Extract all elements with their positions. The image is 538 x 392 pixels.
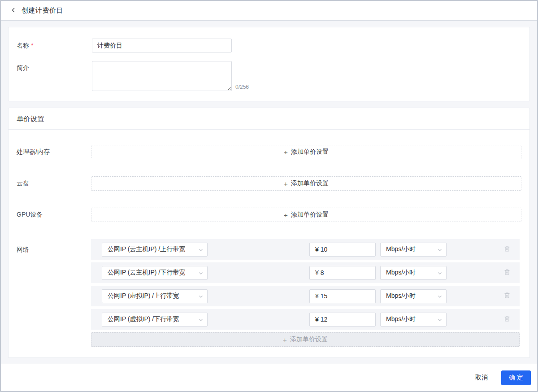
page-header: 创建计费价目 — [1, 1, 537, 21]
trash-icon — [503, 292, 511, 301]
cloud-disk-row: 云盘 + 添加单价设置 — [17, 176, 521, 191]
content-area: 名称* 简介 0/256 单价设置 处理器/内存 + — [1, 21, 537, 364]
bandwidth-type-value: 公网IP (虚拟IP) /下行带宽 — [108, 315, 179, 323]
cpu-mem-row: 处理器/内存 + 添加单价设置 — [17, 145, 521, 159]
chevron-down-icon — [199, 246, 203, 253]
bandwidth-type-value: 公网IP (云主机IP) /下行带宽 — [108, 269, 185, 277]
bandwidth-type-value: 公网IP (虚拟IP) /上行带宽 — [108, 292, 179, 300]
bandwidth-type-value: 公网IP (云主机IP) /上行带宽 — [108, 245, 185, 253]
bandwidth-type-select[interactable]: 公网IP (虚拟IP) /下行带宽 — [102, 313, 208, 327]
app-window: 创建计费价目 名称* 简介 0/256 单价设置 — [0, 0, 538, 392]
price-input[interactable] — [309, 243, 376, 257]
back-button[interactable] — [10, 6, 17, 15]
unit-value: Mbps/小时 — [386, 292, 416, 300]
name-row: 名称* — [17, 39, 521, 52]
delete-row-button[interactable] — [503, 314, 512, 325]
network-entry-row: 公网IP (云主机IP) /上行带宽 Mbps/小时 — [91, 239, 520, 260]
plus-icon: + — [284, 180, 288, 187]
section-title: 单价设置 — [9, 108, 529, 130]
unit-select[interactable]: Mbps/小时 — [380, 266, 447, 280]
plus-icon: + — [284, 148, 288, 156]
trash-icon — [503, 245, 511, 254]
bandwidth-type-select[interactable]: 公网IP (云主机IP) /下行带宽 — [102, 266, 208, 280]
add-price-label: 添加单价设置 — [291, 211, 329, 219]
unit-select[interactable]: Mbps/小时 — [380, 289, 447, 303]
chevron-down-icon — [199, 269, 203, 276]
page-title: 创建计费价目 — [22, 6, 63, 15]
cpu-mem-label: 处理器/内存 — [17, 148, 91, 156]
unit-value: Mbps/小时 — [386, 245, 416, 253]
unit-value: Mbps/小时 — [386, 315, 416, 323]
unit-select[interactable]: Mbps/小时 — [380, 243, 447, 257]
trash-icon — [503, 315, 511, 324]
gpu-label: GPU设备 — [17, 211, 91, 219]
cancel-button[interactable]: 取消 — [472, 371, 491, 384]
bandwidth-type-select[interactable]: 公网IP (虚拟IP) /上行带宽 — [102, 289, 208, 303]
intro-row: 简介 0/256 — [17, 61, 521, 91]
add-price-button-cloud-disk[interactable]: + 添加单价设置 — [91, 176, 521, 191]
bandwidth-type-select[interactable]: 公网IP (云主机IP) /上行带宽 — [102, 243, 208, 257]
network-label: 网络 — [17, 239, 91, 347]
unit-price-card: 单价设置 处理器/内存 + 添加单价设置 云盘 + 添加单价设置 — [8, 108, 530, 358]
trash-icon — [503, 268, 511, 277]
add-price-button-gpu[interactable]: + 添加单价设置 — [91, 208, 521, 222]
name-label: 名称* — [17, 39, 92, 52]
chevron-down-icon — [199, 316, 203, 323]
add-price-button-cpu-mem[interactable]: + 添加单价设置 — [91, 145, 521, 159]
char-counter: 0/256 — [235, 84, 249, 91]
chevron-down-icon — [438, 316, 442, 323]
price-input[interactable] — [309, 313, 376, 327]
unit-select[interactable]: Mbps/小时 — [380, 313, 447, 327]
confirm-button[interactable]: 确定 — [501, 370, 531, 385]
network-section: 网络 公网IP (云主机IP) /上行带宽 Mbps/小时 — [17, 239, 521, 347]
delete-row-button[interactable] — [503, 267, 512, 278]
add-price-button-network[interactable]: + 添加单价设置 — [91, 332, 520, 347]
intro-textarea-wrap: 0/256 — [92, 61, 249, 91]
chevron-down-icon — [438, 246, 442, 253]
add-price-label: 添加单价设置 — [290, 335, 328, 344]
basic-info-card: 名称* 简介 0/256 — [8, 27, 530, 101]
network-entries: 公网IP (云主机IP) /上行带宽 Mbps/小时 — [91, 239, 520, 347]
pricing-body: 处理器/内存 + 添加单价设置 云盘 + 添加单价设置 GPU设 — [9, 130, 529, 347]
required-asterisk: * — [31, 42, 33, 49]
network-entry-row: 公网IP (虚拟IP) /上行带宽 Mbps/小时 — [91, 286, 520, 306]
price-input[interactable] — [309, 266, 376, 280]
name-input[interactable] — [92, 39, 232, 52]
network-entry-row: 公网IP (云主机IP) /下行带宽 Mbps/小时 — [91, 262, 520, 283]
chevron-down-icon — [438, 292, 442, 300]
add-price-label: 添加单价设置 — [291, 179, 329, 187]
chevron-down-icon — [438, 269, 442, 276]
plus-icon: + — [284, 211, 288, 219]
delete-row-button[interactable] — [503, 291, 512, 301]
footer-action-bar: 取消 确定 — [1, 364, 537, 391]
delete-row-button[interactable] — [503, 244, 512, 255]
intro-textarea[interactable] — [92, 61, 232, 91]
gpu-row: GPU设备 + 添加单价设置 — [17, 208, 521, 222]
unit-value: Mbps/小时 — [386, 269, 416, 277]
intro-label: 简介 — [17, 61, 92, 91]
price-input[interactable] — [309, 289, 376, 303]
chevron-down-icon — [199, 292, 203, 300]
plus-icon: + — [283, 336, 287, 344]
add-price-label: 添加单价设置 — [291, 148, 329, 156]
chevron-left-icon — [11, 7, 16, 14]
network-entry-row: 公网IP (虚拟IP) /下行带宽 Mbps/小时 — [91, 309, 520, 330]
cloud-disk-label: 云盘 — [17, 179, 91, 187]
